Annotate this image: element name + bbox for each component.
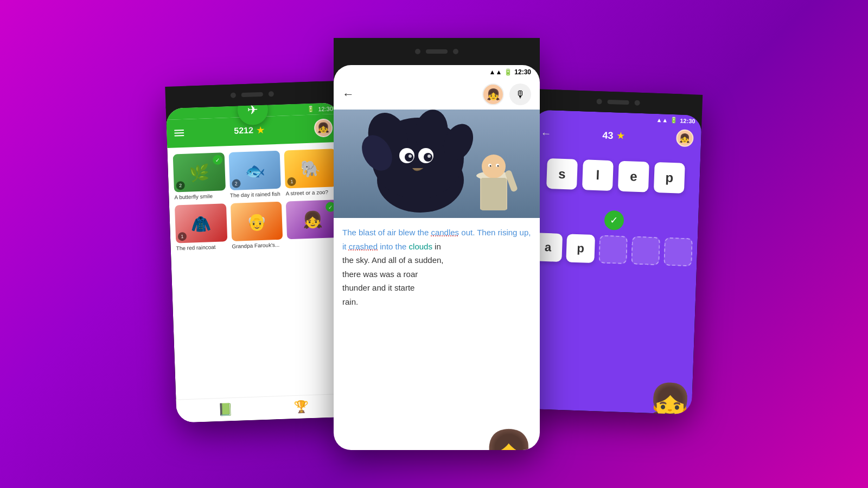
letter-tile-s[interactable]: s	[546, 158, 578, 190]
right-content: ✓ a p	[524, 197, 699, 415]
story-image	[334, 110, 540, 218]
camera-dot-right1	[596, 99, 602, 104]
answer-tile-empty-2[interactable]	[631, 236, 660, 266]
book-title-4: Grandpa Farouk's...	[232, 242, 279, 250]
character-right: 👧	[647, 383, 692, 415]
book-item-4[interactable]: 👴 Grandpa Farouk's...	[230, 202, 283, 250]
book-thumb-0: 🌿 ✓ 2	[173, 152, 226, 192]
book-number-1: 2	[232, 179, 241, 188]
books-grid: 🌿 ✓ 2 A butterfly smile 🐟 2 The day it r…	[167, 142, 344, 259]
answer-tiles: a p	[533, 233, 693, 266]
camera-dot-mid1	[415, 49, 420, 54]
signal-mid: ▲▲	[489, 68, 502, 76]
book-badge-0: ✓	[212, 155, 222, 165]
book-item-1[interactable]: 🐟 2 The day it rained fish	[228, 151, 282, 199]
book-item-2[interactable]: 🐘 1 A street or a zoo?	[284, 149, 337, 197]
time-left: 12:30	[318, 105, 333, 112]
hamburger-line-2	[174, 132, 184, 134]
right-screen: ▲▲ 🔋 12:30 ← 43 ★ 👧	[524, 110, 702, 414]
book-title-3: The red raincoat	[176, 244, 215, 252]
character-overlay-mid: 👧	[483, 431, 534, 450]
star-icon-left: ★	[257, 125, 265, 135]
battery-mid: 🔋	[504, 68, 512, 76]
back-arrow-mid[interactable]: ←	[342, 87, 354, 101]
svg-point-20	[497, 165, 499, 167]
signal-right: ▲▲	[656, 116, 668, 123]
book-title-0: A butterfly smile	[174, 193, 213, 201]
book-thumb-3: 🧥 1	[175, 203, 227, 243]
svg-point-11	[409, 155, 412, 158]
avatar-mid[interactable]: 👧	[482, 84, 504, 105]
answer-tile-empty-3[interactable]	[663, 237, 693, 267]
middle-header: ← 👧 🎙	[334, 79, 540, 110]
letter-tiles-top: s l e p	[531, 147, 700, 203]
left-screen: ✈ 🔋 12:30 5212 ★	[166, 102, 350, 423]
avatar-left[interactable]: 👧	[314, 118, 333, 137]
right-score-value: 43	[602, 130, 614, 142]
score-display: 5212 ★	[234, 125, 264, 136]
book-thumb-2: 🐘 1	[284, 149, 337, 188]
camera-dot-mid2	[453, 49, 458, 54]
phone-middle-inner: ▲▲ 🔋 12:30 ← 👧 🎙	[334, 65, 540, 450]
letter-tile-e[interactable]: e	[618, 161, 649, 192]
answer-area: ✓ a p	[528, 197, 699, 278]
book-thumb-1: 🐟 2	[228, 151, 281, 190]
phone-middle-top-bar	[334, 38, 540, 65]
time-right: 12:30	[680, 117, 695, 124]
book-item-3[interactable]: 🧥 1 The red raincoat	[175, 203, 228, 252]
header-icons-mid: 👧 🎙	[482, 84, 531, 105]
story-image-placeholder	[334, 110, 540, 218]
phone-left-inner: ✈ 🔋 12:30 5212 ★	[166, 102, 350, 423]
speaker-left	[241, 92, 263, 97]
book-title-2: A street or a zoo?	[285, 189, 328, 197]
check-icon: ✓	[610, 214, 618, 227]
speaker-mid	[426, 49, 448, 54]
speaker-right	[608, 100, 629, 105]
book-item-5[interactable]: 👧 ✓	[286, 200, 339, 248]
story-paragraph: The blast of air blew the candles out. T…	[342, 226, 531, 309]
answer-tile-empty-1[interactable]	[598, 235, 628, 264]
check-circle: ✓	[604, 210, 624, 230]
camera-dot-left	[231, 93, 236, 98]
phone-middle: ▲▲ 🔋 12:30 ← 👧 🎙	[334, 38, 540, 450]
svg-point-19	[490, 165, 492, 167]
mic-icon: 🎙	[515, 89, 525, 100]
hamburger-line-1	[174, 130, 184, 131]
story-text: The blast of air blew the candles out. T…	[334, 218, 540, 450]
svg-point-16	[482, 155, 506, 178]
book-item-0[interactable]: 🌿 ✓ 2 A butterfly smile	[173, 152, 226, 201]
text-blue-1: The blast of air blew the candles out. T…	[342, 228, 531, 237]
middle-screen: ▲▲ 🔋 12:30 ← 👧 🎙	[334, 65, 540, 450]
battery-right: 🔋	[670, 117, 678, 124]
left-footer: 📗 🏆	[176, 394, 350, 423]
letter-tile-l[interactable]: l	[582, 159, 614, 191]
camera-dot-left2	[269, 91, 274, 97]
book-thumb-4: 👴	[230, 202, 283, 241]
score-value: 5212	[234, 125, 253, 136]
hamburger-button[interactable]	[174, 130, 184, 137]
phone-right: ▲▲ 🔋 12:30 ← 43 ★ 👧	[524, 89, 703, 414]
star-icon-right: ★	[616, 130, 626, 142]
phones-container: ✈ 🔋 12:30 5212 ★	[160, 38, 708, 450]
book-footer-icon[interactable]: 📗	[218, 402, 233, 417]
book-title-1: The day it rained fish	[230, 191, 280, 199]
back-arrow-right[interactable]: ←	[540, 127, 552, 140]
svg-rect-21	[481, 178, 506, 210]
answer-tile-p[interactable]: p	[566, 234, 595, 263]
letter-tile-p[interactable]: p	[654, 162, 685, 194]
battery-icon-left: 🔋	[307, 105, 315, 112]
time-mid: 12:30	[514, 68, 531, 76]
camera-dot-right2	[634, 100, 640, 106]
story-illustration	[334, 110, 540, 218]
book-thumb-inner-4: 👴	[230, 202, 283, 241]
mic-button[interactable]: 🎙	[509, 84, 531, 105]
avatar-right[interactable]: 👧	[676, 129, 694, 147]
phone-right-inner: ▲▲ 🔋 12:30 ← 43 ★ 👧	[524, 110, 702, 414]
svg-point-12	[427, 155, 431, 158]
phone-left: ✈ 🔋 12:30 5212 ★	[165, 81, 350, 423]
text-normal-1: in the sky. And all of a sudden, there w…	[342, 242, 444, 306]
book-thumb-5: 👧 ✓	[286, 200, 339, 239]
trophy-footer-icon[interactable]: 🏆	[293, 400, 309, 414]
middle-status-bar: ▲▲ 🔋 12:30	[334, 65, 540, 79]
hamburger-line-3	[174, 135, 184, 137]
